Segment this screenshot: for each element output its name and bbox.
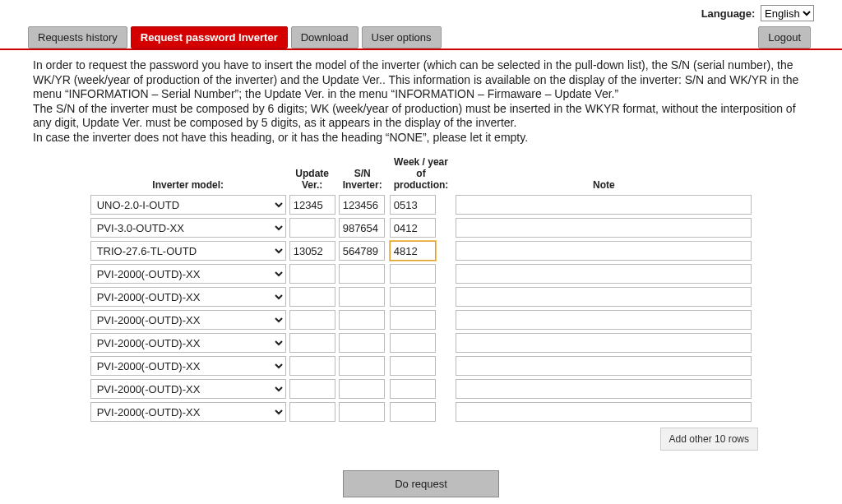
instructions-line-3: In case the inverter does not have this … [33,131,528,144]
note-input[interactable] [456,195,752,215]
update-ver-input[interactable] [289,310,335,330]
table-row: UNO-2.0-I-OUTD [90,194,753,215]
sn-input[interactable] [339,333,385,353]
tab-requests-history[interactable]: Requests history [28,26,127,49]
wkyr-input[interactable] [390,356,436,376]
update-ver-input[interactable] [289,333,335,353]
inverter-table: Inverter model: Update Ver.: S/N Inverte… [88,153,755,424]
note-input[interactable] [456,356,752,376]
update-ver-input[interactable] [289,379,335,399]
tab-bar: Requests history Request password Invert… [0,26,842,50]
sn-input[interactable] [339,264,385,284]
col-header-note: Note [455,155,752,192]
sn-input[interactable] [339,241,385,261]
instructions: In order to request the password you hav… [33,58,809,145]
sn-input[interactable] [339,356,385,376]
col-header-update: Update Ver.: [289,155,336,192]
note-input[interactable] [456,218,752,238]
do-request-button[interactable]: Do request [343,470,499,497]
update-ver-input[interactable] [289,264,335,284]
wkyr-input[interactable] [390,218,436,238]
inverter-model-select[interactable]: PVI-2000(-OUTD)-XX [90,333,286,353]
wkyr-input[interactable] [390,195,436,215]
instructions-line-2: The S/N of the inverter must be composed… [33,102,796,130]
update-ver-input[interactable] [289,356,335,376]
tab-request-password[interactable]: Request password Inverter [131,26,288,49]
col-header-sn: S/N Inverter: [338,155,387,192]
note-input[interactable] [456,333,752,353]
update-ver-input[interactable] [289,402,335,422]
tab-logout[interactable]: Logout [758,26,811,49]
table-row: PVI-2000(-OUTD)-XX [90,332,753,354]
wkyr-input[interactable] [390,264,436,284]
sn-input[interactable] [339,379,385,399]
inverter-model-select[interactable]: PVI-2000(-OUTD)-XX [90,356,286,376]
table-row: PVI-2000(-OUTD)-XX [90,401,753,423]
add-rows-button[interactable]: Add other 10 rows [660,428,758,451]
note-input[interactable] [456,379,752,399]
tab-download[interactable]: Download [291,26,359,49]
wkyr-input[interactable] [390,379,436,399]
update-ver-input[interactable] [289,218,335,238]
inverter-model-select[interactable]: TRIO-27.6-TL-OUTD [90,241,286,261]
inverter-model-select[interactable]: UNO-2.0-I-OUTD [90,195,286,215]
sn-input[interactable] [339,310,385,330]
inverter-model-select[interactable]: PVI-2000(-OUTD)-XX [90,287,286,307]
table-row: PVI-2000(-OUTD)-XX [90,309,753,331]
wkyr-input[interactable] [390,402,436,422]
inverter-model-select[interactable]: PVI-3.0-OUTD-XX [90,218,286,238]
wkyr-input[interactable] [390,287,436,307]
inverter-model-select[interactable]: PVI-2000(-OUTD)-XX [90,264,286,284]
note-input[interactable] [456,402,752,422]
table-row: TRIO-27.6-TL-OUTD [90,240,753,261]
note-input[interactable] [456,310,752,330]
inverter-model-select[interactable]: PVI-2000(-OUTD)-XX [90,379,286,399]
wkyr-input[interactable] [390,241,436,261]
note-input[interactable] [456,241,752,261]
language-select[interactable]: English [761,5,814,21]
update-ver-input[interactable] [289,287,335,307]
tab-user-options[interactable]: User options [362,26,442,49]
table-row: PVI-2000(-OUTD)-XX [90,263,753,284]
note-input[interactable] [456,287,752,307]
instructions-line-1: In order to request the password you hav… [33,58,798,100]
sn-input[interactable] [339,402,385,422]
col-header-model: Inverter model: [90,155,287,192]
sn-input[interactable] [339,195,385,215]
col-header-wkyr: Week / year of production: [389,155,454,192]
table-row: PVI-3.0-OUTD-XX [90,217,753,238]
language-label: Language: [701,7,756,20]
inverter-model-select[interactable]: PVI-2000(-OUTD)-XX [90,310,286,330]
note-input[interactable] [456,264,752,284]
inverter-model-select[interactable]: PVI-2000(-OUTD)-XX [90,402,286,422]
sn-input[interactable] [339,218,385,238]
update-ver-input[interactable] [289,241,335,261]
table-row: PVI-2000(-OUTD)-XX [90,355,753,377]
wkyr-input[interactable] [390,310,436,330]
update-ver-input[interactable] [289,195,335,215]
wkyr-input[interactable] [390,333,436,353]
table-row: PVI-2000(-OUTD)-XX [90,286,753,307]
table-row: PVI-2000(-OUTD)-XX [90,378,753,400]
sn-input[interactable] [339,287,385,307]
